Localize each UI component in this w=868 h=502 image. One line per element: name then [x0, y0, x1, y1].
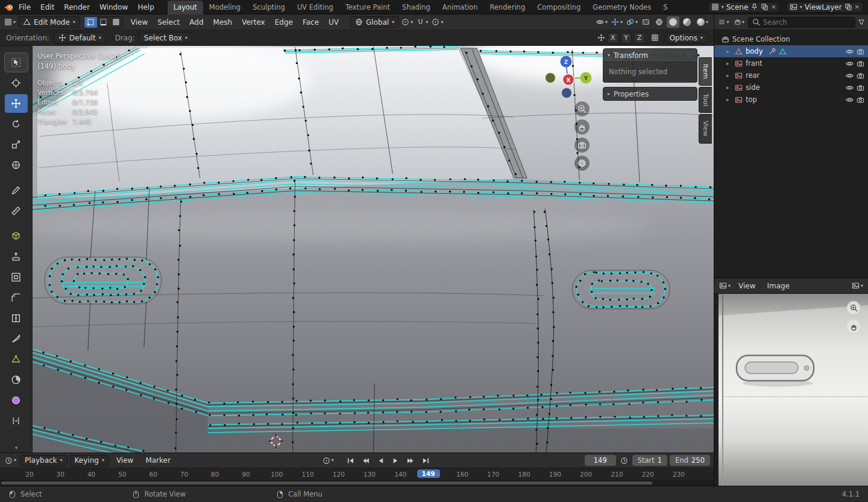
- scene-selector[interactable]: ▾ Scene ✕: [708, 2, 780, 13]
- shading-solid-button[interactable]: [667, 16, 679, 28]
- editor-type-button[interactable]: ▾: [3, 16, 17, 28]
- ruler-tick[interactable]: 50: [118, 471, 126, 478]
- tool-select-box[interactable]: [5, 53, 28, 72]
- frame-end-field[interactable]: End 250: [670, 455, 710, 466]
- ruler-tick[interactable]: 170: [487, 471, 499, 478]
- face-select-button[interactable]: [110, 17, 122, 28]
- mirror-y-button[interactable]: Y: [621, 33, 632, 43]
- menu-uv[interactable]: UV: [324, 16, 343, 28]
- outliner-item-rear[interactable]: ▸ rear: [714, 69, 868, 81]
- outliner-item-top[interactable]: ▸ top: [714, 94, 868, 106]
- ruler-tick[interactable]: 120: [333, 471, 345, 478]
- tab-scripting-truncated[interactable]: S: [657, 1, 673, 14]
- hide-eye-icon[interactable]: [846, 96, 854, 104]
- auto-keying-button[interactable]: ▾: [321, 455, 335, 466]
- ruler-tick[interactable]: 230: [673, 471, 685, 478]
- shading-wireframe-button[interactable]: [653, 16, 665, 28]
- menu-file[interactable]: File: [14, 1, 36, 13]
- tool-rotate[interactable]: [5, 115, 28, 133]
- editor-type-button[interactable]: ▾: [4, 455, 17, 466]
- tab-texture-paint[interactable]: Texture Paint: [339, 1, 396, 14]
- tool-spin[interactable]: [5, 370, 28, 389]
- play-button[interactable]: [389, 455, 403, 466]
- ruler-tick[interactable]: 80: [211, 471, 219, 478]
- xray-toggle[interactable]: [640, 16, 652, 28]
- jump-to-start-button[interactable]: [344, 455, 357, 466]
- pan-hand-button[interactable]: [574, 119, 590, 135]
- pan-hand-button[interactable]: [847, 320, 860, 333]
- tab-sculpting[interactable]: Sculpting: [247, 1, 291, 14]
- orientation-dropdown[interactable]: Default ▾: [54, 32, 106, 43]
- tool-move[interactable]: [5, 94, 28, 113]
- menu-edge[interactable]: Edge: [271, 16, 297, 28]
- navigation-gizmo[interactable]: Z Y X: [544, 53, 592, 101]
- copy-icon[interactable]: [761, 3, 769, 11]
- close-icon[interactable]: ✕: [855, 4, 860, 10]
- tool-smooth[interactable]: [5, 391, 28, 410]
- scrollbar-thumb[interactable]: [1, 481, 652, 485]
- current-frame-field[interactable]: [585, 455, 616, 466]
- ruler-tick[interactable]: 90: [242, 471, 250, 478]
- ruler-tick[interactable]: 20: [25, 471, 33, 478]
- timeline-scrollbar[interactable]: [0, 481, 714, 486]
- editor-type-button[interactable]: ▾: [718, 280, 732, 291]
- expand-icon[interactable]: ▸: [726, 97, 732, 103]
- tab-modeling[interactable]: Modeling: [203, 1, 247, 14]
- search-input[interactable]: [763, 18, 851, 27]
- tab-shading[interactable]: Shading: [396, 1, 436, 14]
- copy-icon[interactable]: [844, 3, 852, 11]
- hide-eye-icon[interactable]: [846, 60, 854, 68]
- drag-dropdown[interactable]: Select Box ▾: [139, 32, 192, 43]
- tab-item[interactable]: Item: [699, 57, 712, 86]
- mirror-x-button[interactable]: X: [608, 33, 618, 43]
- tab-layout[interactable]: Layout: [168, 1, 203, 14]
- ortho-toggle-button[interactable]: [574, 156, 590, 171]
- pin-icon[interactable]: [750, 3, 758, 11]
- mesh-data-icon[interactable]: [779, 48, 787, 56]
- expand-icon[interactable]: ▸: [726, 72, 732, 78]
- menu-window[interactable]: Window: [95, 1, 133, 13]
- ruler-tick[interactable]: 30: [57, 471, 64, 478]
- frame-start-field[interactable]: Start 1: [632, 455, 667, 466]
- display-mode-button[interactable]: ▾: [733, 16, 746, 28]
- next-keyframe-button[interactable]: [404, 455, 418, 466]
- collection-row[interactable]: Scene Collection: [714, 33, 868, 45]
- viewlayer-selector[interactable]: ▾ ViewLayer ✕: [786, 2, 863, 13]
- snap-options-icon[interactable]: [651, 34, 659, 42]
- tool-bevel[interactable]: [5, 288, 28, 307]
- transform-orientation-dropdown[interactable]: Global ▾: [350, 16, 399, 28]
- hide-eye-icon[interactable]: [846, 48, 854, 56]
- gizmo-axis-y[interactable]: Y: [580, 72, 592, 84]
- tab-tool[interactable]: Tool: [699, 87, 712, 113]
- menu-edit[interactable]: Edit: [36, 1, 59, 13]
- properties-panel-header[interactable]: ▸ Properties: [603, 87, 697, 101]
- mode-dropdown[interactable]: Edit Mode ▾: [18, 16, 80, 28]
- ruler-tick[interactable]: 160: [456, 471, 468, 478]
- options-dropdown[interactable]: Options ▾: [665, 32, 708, 43]
- mirror-z-button[interactable]: Z: [634, 33, 645, 43]
- menu-view[interactable]: View: [734, 280, 760, 292]
- gizmo-axis-x[interactable]: X: [563, 74, 574, 86]
- menu-view[interactable]: View: [127, 16, 152, 28]
- viewport-canvas-mesh[interactable]: [0, 46, 714, 453]
- show-gizmo-button[interactable]: ▾: [610, 16, 624, 28]
- menu-mesh[interactable]: Mesh: [209, 16, 237, 28]
- zoom-button[interactable]: [847, 301, 860, 314]
- tool-extrude[interactable]: [5, 247, 28, 266]
- use-preview-range-button[interactable]: [618, 455, 630, 466]
- outliner-item-body[interactable]: ▸ body: [714, 45, 868, 57]
- ruler-tick[interactable]: 70: [180, 471, 188, 478]
- snap-magnet-button[interactable]: ▾: [415, 16, 429, 28]
- editor-type-button[interactable]: ▾: [717, 16, 731, 28]
- close-icon[interactable]: ✕: [771, 4, 776, 10]
- menu-face[interactable]: Face: [298, 16, 323, 28]
- tool-scale[interactable]: [5, 135, 28, 154]
- tab-view[interactable]: View: [699, 114, 712, 143]
- menu-vertex[interactable]: Vertex: [237, 16, 269, 28]
- pivot-point-button[interactable]: ▾: [400, 16, 414, 28]
- hide-eye-icon[interactable]: [846, 84, 854, 92]
- disable-render-camera-icon[interactable]: [857, 72, 864, 80]
- menu-help[interactable]: Help: [133, 1, 159, 13]
- ruler-tick[interactable]: 220: [642, 471, 654, 478]
- blender-logo-icon[interactable]: [4, 2, 14, 11]
